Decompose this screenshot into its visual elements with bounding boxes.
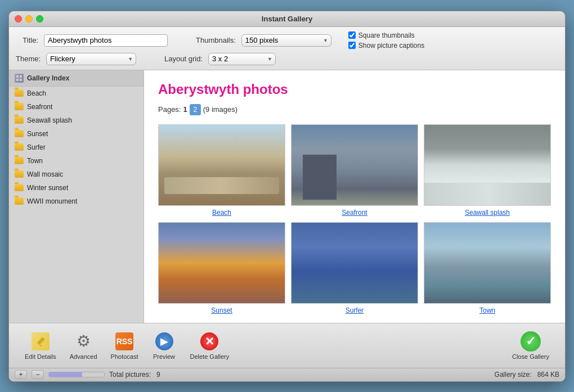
show-captions-checkbox[interactable]: Show picture captions	[348, 42, 424, 49]
statusbar: + − Total pictures: 9 Gallery size: 864 …	[9, 368, 565, 381]
progress-bar	[48, 372, 105, 377]
folder-icon-seawall	[15, 116, 24, 124]
sidebar-item-label-beach: Beach	[27, 89, 46, 97]
photo-grid: Beach Seafront Seawall splash	[158, 124, 551, 314]
photo-caption-surfer[interactable]: Surfer	[346, 307, 364, 314]
thumbnails-select-wrapper: 150 pixels 100 pixels 200 pixels ▼	[241, 34, 331, 47]
theme-select-wrapper: Flickery Classic Modern ▼	[46, 53, 136, 65]
photo-image-seawall	[424, 125, 550, 205]
sidebar-item-label-wwii: WWII monument	[27, 197, 77, 205]
images-count-label: (9 images)	[203, 105, 237, 114]
sidebar-item-wwii[interactable]: WWII monument	[9, 195, 144, 208]
folder-icon-sunset	[15, 130, 24, 137]
arrow-icon: ▶	[155, 332, 173, 350]
square-thumbnails-checkbox[interactable]: Square thumbnails	[348, 31, 424, 39]
main-window: Instant Gallery Title: Thumbnails: 150 p…	[8, 11, 566, 382]
thumbnails-select[interactable]: 150 pixels 100 pixels 200 pixels	[241, 34, 331, 47]
pages-info: Pages: 1 2 (9 images)	[158, 104, 551, 115]
photo-thumb-surfer	[291, 222, 418, 304]
folder-icon-beach	[15, 89, 24, 97]
square-thumbnails-input[interactable]	[348, 31, 356, 39]
photocast-label: Photocast	[111, 353, 138, 360]
sidebar: Gallery Index Beach Seafront Seawall spl…	[9, 70, 144, 323]
photo-image-beach	[159, 125, 285, 205]
title-input[interactable]	[44, 34, 168, 47]
folder-icon-wwii	[15, 197, 24, 205]
statusbar-right: Gallery size: 864 KB	[495, 371, 559, 379]
preview-label: Preview	[153, 353, 175, 360]
statusbar-left: + − Total pictures: 9	[15, 370, 160, 379]
maximize-button[interactable]	[36, 15, 43, 22]
total-pictures-value: 9	[156, 371, 160, 379]
add-button[interactable]: +	[15, 370, 27, 379]
sidebar-item-wall-mosaic[interactable]: Wall mosaic	[9, 168, 144, 181]
gallery-size-value: 864 KB	[537, 371, 559, 379]
total-pictures-label: Total pictures:	[109, 371, 151, 379]
sidebar-item-beach[interactable]: Beach	[9, 87, 144, 100]
gallery-title: Aberystwyth photos	[158, 82, 551, 97]
preview-button[interactable]: ▶ Preview	[147, 328, 181, 363]
traffic-lights	[15, 15, 43, 22]
toolbar-actions: Edit Details ⚙ Advanced RSS Photocast ▶ …	[20, 328, 234, 363]
sidebar-header-label: Gallery Index	[27, 74, 69, 82]
sidebar-item-seawall[interactable]: Seawall splash	[9, 114, 144, 127]
sidebar-item-seafront[interactable]: Seafront	[9, 100, 144, 114]
sidebar-item-label-seafront: Seafront	[27, 103, 52, 111]
sidebar-item-town[interactable]: Town	[9, 154, 144, 168]
photo-caption-beach[interactable]: Beach	[212, 209, 231, 217]
rss-icon: RSS	[115, 332, 133, 350]
theme-select[interactable]: Flickery Classic Modern	[46, 53, 136, 65]
advanced-button[interactable]: ⚙ Advanced	[65, 328, 102, 363]
photo-cell-beach: Beach	[158, 124, 285, 217]
close-button[interactable]	[15, 15, 22, 22]
folder-icon-winter-sunset	[15, 184, 24, 191]
folder-icon-seafront	[15, 103, 24, 110]
photo-caption-seafront[interactable]: Seafront	[342, 209, 367, 217]
close-gallery-button[interactable]: ✓ Close Gallery	[508, 328, 554, 363]
close-gallery-label: Close Gallery	[512, 353, 549, 360]
square-thumbnails-label: Square thumbnails	[358, 31, 415, 39]
svg-rect-3	[20, 79, 22, 81]
sidebar-item-label-surfer: Surfer	[27, 143, 46, 151]
svg-rect-1	[20, 75, 22, 78]
edit-details-label: Edit Details	[25, 353, 56, 360]
photo-thumb-seawall	[424, 124, 551, 206]
photo-caption-town[interactable]: Town	[479, 307, 495, 314]
main-content: Gallery Index Beach Seafront Seawall spl…	[9, 70, 565, 323]
photo-caption-seawall[interactable]: Seawall splash	[465, 209, 510, 217]
photo-thumb-seafront	[291, 124, 418, 206]
svg-rect-0	[16, 75, 19, 78]
advanced-icon: ⚙	[73, 331, 93, 352]
page-2-link[interactable]: 2	[190, 104, 201, 115]
photo-image-surfer	[292, 223, 418, 303]
preview-icon: ▶	[154, 331, 174, 352]
folder-icon-town	[15, 157, 24, 164]
delete-gallery-button[interactable]: ✕ Delete Gallery	[186, 328, 234, 363]
photo-caption-sunset[interactable]: Sunset	[211, 307, 232, 314]
minimize-button[interactable]	[25, 15, 33, 22]
sidebar-item-winter-sunset[interactable]: Winter sunset	[9, 181, 144, 195]
layout-select-wrapper: 3 x 2 2 x 2 4 x 3 ▼	[208, 53, 276, 65]
edit-details-button[interactable]: Edit Details	[20, 328, 61, 363]
photo-cell-town: Town	[424, 222, 551, 314]
sidebar-item-label-winter-sunset: Winter sunset	[27, 184, 68, 192]
photo-cell-seawall: Seawall splash	[424, 124, 551, 217]
checkmark-icon: ✓	[521, 331, 541, 352]
layout-select[interactable]: 3 x 2 2 x 2 4 x 3	[208, 53, 276, 65]
show-captions-input[interactable]	[348, 42, 356, 49]
advanced-label: Advanced	[70, 353, 97, 360]
preview-area[interactable]: Aberystwyth photos Pages: 1 2 (9 images)…	[144, 70, 565, 323]
photo-thumb-town	[424, 222, 551, 304]
svg-marker-5	[40, 345, 42, 346]
page-1-number[interactable]: 1	[183, 105, 187, 114]
layout-label: Layout grid:	[164, 55, 203, 63]
toolbar: Title: Thumbnails: 150 pixels 100 pixels…	[9, 27, 565, 70]
photo-cell-sunset: Sunset	[158, 222, 285, 314]
folder-icon-surfer	[15, 143, 24, 151]
sidebar-item-surfer[interactable]: Surfer	[9, 141, 144, 154]
remove-button[interactable]: −	[32, 370, 44, 379]
photocast-button[interactable]: RSS Photocast	[106, 328, 143, 363]
photo-image-sunset	[159, 223, 285, 303]
sidebar-item-sunset[interactable]: Sunset	[9, 127, 144, 141]
delete-icon: ✕	[200, 332, 218, 350]
